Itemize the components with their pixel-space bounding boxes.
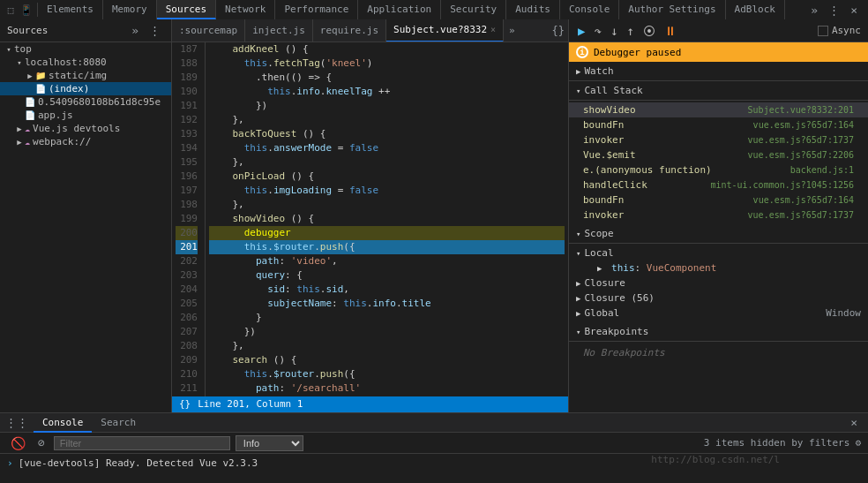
line-num-187: 187	[176, 42, 198, 57]
breakpoints-section-header[interactable]: ▾ Breakpoints	[569, 322, 868, 342]
tree-item-vuedevtools[interactable]: ▶ ☁ Vue.js devtools	[0, 122, 171, 135]
editor-tab-injectjs[interactable]: inject.js	[245, 19, 313, 42]
callstack-section-label: Call Stack	[584, 85, 642, 96]
more-options-icon[interactable]: ⋮	[825, 3, 843, 18]
callstack-item-invoker2[interactable]: invoker vue.esm.js?65d7:1737	[569, 208, 868, 223]
line-num-189: 189	[176, 71, 198, 85]
scope-closure56-header[interactable]: ▶ Closure (56)	[569, 291, 868, 306]
console-drag-icon[interactable]: ⋮⋮	[0, 416, 34, 429]
cloud-icon-vue: ☁	[25, 124, 30, 133]
more-tabs-icon[interactable]: »	[807, 3, 821, 18]
tab-application[interactable]: Application	[358, 0, 441, 19]
sidebar-menu-icon[interactable]: ⋮	[146, 23, 164, 38]
tab-security[interactable]: Security	[441, 0, 506, 19]
scope-global-header[interactable]: ▶ Global Window	[569, 306, 868, 321]
callstack-loc-boundfn2: vue.esm.js?65d7:164	[753, 195, 854, 205]
tab-close-subjectvue[interactable]: ×	[490, 25, 496, 34]
tab-audits[interactable]: Audits	[506, 0, 560, 19]
line-num-202: 202	[176, 254, 198, 268]
device-icon[interactable]: 📱	[19, 3, 34, 17]
console-settings-icon[interactable]: ⚙	[855, 437, 861, 449]
tree-arrow-webpack: ▶	[14, 138, 25, 147]
debugger-deactivate-btn[interactable]: ⦿	[641, 23, 657, 39]
tab-performance[interactable]: Performance	[275, 0, 358, 19]
debugger-step-over-btn[interactable]: ↷	[592, 23, 602, 39]
callstack-item-handleclick[interactable]: handleClick mint-ui.common.js?1045:1256	[569, 177, 868, 192]
callstack-name-boundfn1: boundFn	[583, 119, 624, 131]
callstack-item-vueemit[interactable]: Vue.$emit vue.esm.js?65d7:2206	[569, 147, 868, 162]
cloud-icon-webpack: ☁	[25, 137, 30, 147]
console-tab-console[interactable]: Console	[34, 413, 92, 433]
console-message-1: [vue-devtools] Ready. Detected Vue v2.3.…	[19, 457, 258, 469]
tab-author-settings[interactable]: Author Settings	[619, 0, 725, 19]
debugger-pause-btn[interactable]: ⏸	[662, 23, 678, 39]
scope-local-header[interactable]: ▾ Local	[569, 245, 868, 260]
tree-item-top[interactable]: ▾ top	[0, 42, 171, 56]
line-num-188: 188	[176, 57, 198, 71]
line-num-193: 193	[176, 127, 198, 141]
code-line-200: debugger	[209, 226, 565, 240]
editor-format-icon[interactable]: {}	[549, 25, 568, 37]
console-filter-input[interactable]	[54, 436, 230, 450]
editor-format-btn[interactable]: {}	[179, 396, 191, 412]
console-level-select[interactable]: Info Verbose Warnings Errors	[236, 435, 303, 451]
code-line-193: backToQuest () {	[209, 127, 565, 141]
async-checkbox[interactable]	[818, 26, 828, 36]
editor-tab-subjectvue[interactable]: Subject.vue?8332 ×	[386, 19, 504, 42]
scope-closure56-label: Closure (56)	[584, 292, 654, 304]
editor-tabs-overflow-btn[interactable]: »	[504, 25, 520, 36]
callstack-item-showvideo[interactable]: showVideo Subject.vue?8332:201	[569, 102, 868, 117]
line-numbers-gutter: 187 188 189 190 191 192 193 194 195 196 …	[172, 42, 206, 396]
callstack-item-invoker1[interactable]: invoker vue.esm.js?65d7:1737	[569, 132, 868, 147]
code-line-209: search () {	[209, 353, 565, 367]
editor-tab-sourcemap[interactable]: :sourcemap	[172, 19, 245, 42]
tree-item-static-img[interactable]: ▶ 📁 static/img	[0, 69, 171, 82]
debugger-resume-btn[interactable]: ▶	[576, 23, 587, 39]
tab-console[interactable]: Console	[560, 0, 619, 19]
console-clear-icon[interactable]: 🚫	[7, 435, 29, 451]
sidebar-more-icon[interactable]: »	[128, 23, 142, 38]
tab-elements[interactable]: Elements	[38, 0, 103, 19]
callstack-item-boundfn1[interactable]: boundFn vue.esm.js?65d7:164	[569, 117, 868, 132]
scope-closure-header[interactable]: ▶ Closure	[569, 275, 868, 291]
tab-adblock[interactable]: AdBlock	[726, 0, 785, 19]
debugger-step-out-btn[interactable]: ↑	[625, 23, 635, 39]
callstack-item-boundfn2[interactable]: boundFn vue.esm.js?65d7:164	[569, 192, 868, 208]
callstack-arrow-icon: ▾	[576, 87, 580, 95]
watch-arrow-icon: ▶	[576, 67, 580, 76]
callstack-section-header[interactable]: ▾ Call Stack	[569, 81, 868, 101]
watch-section-header[interactable]: ▶ Watch	[569, 62, 868, 81]
code-line-196: onPicLoad () {	[209, 170, 565, 184]
console-output: › [vue-devtools] Ready. Detected Vue v2.…	[0, 454, 868, 483]
tab-network[interactable]: Network	[216, 0, 275, 19]
tree-arrow-top: ▾	[4, 45, 14, 54]
callstack-item-anon[interactable]: e.(anonymous function) backend.js:1	[569, 162, 868, 177]
callstack-name-handleclick: handleClick	[583, 179, 647, 191]
scope-closure56-arrow: ▶	[576, 294, 580, 303]
breakpoints-empty-label: No Breakpoints	[569, 343, 868, 362]
tree-label-appjs: app.js	[38, 109, 73, 121]
tree-item-hash[interactable]: 📄 0.5409680108b61d8c95e	[0, 95, 171, 109]
code-text-content[interactable]: addKneel () { this.fetchTag('kneel') .th…	[206, 42, 568, 396]
tree-arrow-localhost: ▾	[14, 58, 25, 67]
tree-item-index[interactable]: 📄 (index)	[0, 82, 171, 95]
sidebar-title: Sources	[7, 25, 48, 36]
tree-label-vuedevtools: Vue.js devtools	[33, 123, 120, 134]
console-filter-icon[interactable]: ⊘	[34, 435, 49, 450]
tab-sources[interactable]: Sources	[157, 0, 216, 19]
debugger-step-into-btn[interactable]: ↓	[609, 23, 619, 39]
scope-local-arrow: ▾	[576, 249, 580, 258]
scope-this-key: this	[611, 262, 635, 274]
tree-item-localhost[interactable]: ▾ localhost:8080	[0, 56, 171, 69]
console-close-icon[interactable]: ×	[847, 415, 861, 430]
inspect-icon[interactable]: ⬚	[4, 3, 18, 17]
tree-item-appjs[interactable]: 📄 app.js	[0, 109, 171, 122]
tab-memory[interactable]: Memory	[103, 0, 157, 19]
editor-tab-requirejs[interactable]: require.js	[313, 19, 386, 42]
tree-item-webpack[interactable]: ▶ ☁ webpack://	[0, 135, 171, 148]
scope-section-header[interactable]: ▾ Scope	[569, 224, 868, 244]
tree-label-index: (index)	[49, 83, 89, 94]
close-devtools-icon[interactable]: ×	[847, 3, 861, 18]
breakpoints-arrow-icon: ▾	[576, 328, 580, 336]
console-tab-search[interactable]: Search	[92, 413, 145, 433]
